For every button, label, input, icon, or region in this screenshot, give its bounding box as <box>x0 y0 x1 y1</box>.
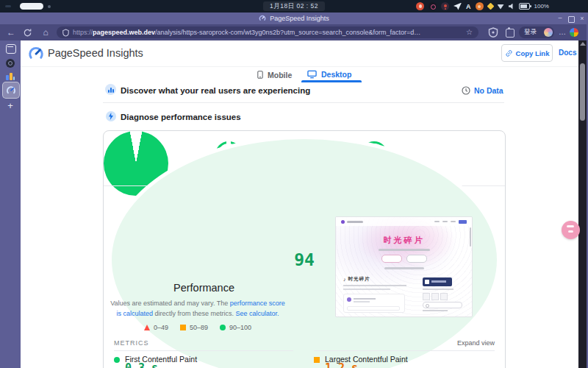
workspace-pill[interactable] <box>20 3 43 10</box>
thumbnail-hero-title: 时光碎片 <box>336 235 472 246</box>
login-label: 登录 <box>524 28 537 37</box>
menu-dots-icon[interactable]: … <box>559 24 566 40</box>
thumbnail-button-2 <box>406 255 427 263</box>
screen: 1月18日 02 : 52 A 100% PageSpeed Insights … <box>0 0 588 368</box>
legend-pass-range: 90–100 <box>229 324 251 331</box>
clock-icon <box>462 86 470 95</box>
back-button[interactable]: ← <box>4 24 18 40</box>
page-screenshot-thumbnail[interactable]: 时光碎片 ♪ 时光碎片 <box>335 216 473 317</box>
login-button[interactable]: 登录 <box>519 26 554 38</box>
divider <box>103 102 504 103</box>
legend-fail-range: 0–49 <box>154 324 168 331</box>
scrollbar-up-arrow[interactable] <box>580 42 586 46</box>
thumbnail-site-logo <box>341 220 345 224</box>
thumbnail-scrollbar <box>470 227 471 247</box>
telegram-icon[interactable] <box>453 3 462 10</box>
dark-app-icon[interactable] <box>429 2 437 10</box>
see-calculator-link[interactable]: See calculator. <box>236 310 279 317</box>
legend-fail: 0–49 <box>144 324 168 331</box>
thumbnail-site-header <box>336 217 472 226</box>
sidebar-tab-pagespeed-active[interactable] <box>2 82 20 99</box>
thumbnail-section-heading: ♪ 时光碎片 <box>343 276 370 283</box>
triangle-icon <box>144 325 150 330</box>
legend-average: 50–89 <box>180 324 208 331</box>
workspace-indicator-dot <box>48 5 51 8</box>
maximize-button[interactable] <box>568 16 575 23</box>
expand-view-button[interactable]: Expand view <box>457 339 495 347</box>
url-host: pagespeed.web.dev <box>93 29 155 36</box>
thumbnail-sidebar-tile <box>440 293 448 300</box>
legend-pass: 90–100 <box>220 324 251 331</box>
copy-link-button[interactable]: Copy Link <box>501 44 553 62</box>
pagespeed-tab-icon <box>6 85 16 96</box>
tracking-protection-icon[interactable] <box>488 27 498 38</box>
thumbnail-hero-buttons <box>336 255 472 263</box>
orange-app-icon[interactable] <box>476 2 484 10</box>
floating-sticker-button[interactable] <box>562 221 580 239</box>
thumbnail-paragraph-line <box>343 285 406 286</box>
bookmark-star-icon[interactable]: ☆ <box>466 26 473 38</box>
system-clock[interactable]: 1月18日 02 : 52 <box>263 1 325 11</box>
thumbnail-paragraph-line <box>343 289 390 290</box>
extension-icon[interactable] <box>506 29 514 38</box>
pagespeed-favicon <box>259 15 266 22</box>
thumbnail-hero-caption <box>384 267 424 269</box>
divider <box>314 350 495 351</box>
workspace-dash <box>5 5 11 7</box>
brightness-icon[interactable] <box>487 3 494 10</box>
thumbnail-sidebar-badge <box>423 277 452 286</box>
note-icon: ♪ <box>343 277 346 282</box>
metric-fcp-value: 0.3 s <box>125 361 158 368</box>
reload-button[interactable] <box>23 28 32 38</box>
url-path: /analysis/https-saroprock-com/wt3yg0ns2b… <box>155 29 420 36</box>
score-disclaimer: Values are estimated and may vary. The p… <box>110 299 286 319</box>
window-title-group: PageSpeed Insights <box>0 13 588 24</box>
docs-link[interactable]: Docs <box>559 49 576 57</box>
active-tab-underline <box>301 80 362 82</box>
colorful-extension-icon[interactable] <box>570 28 578 37</box>
thumbnail-sidebar-line <box>423 289 453 290</box>
tab-overview-icon[interactable] <box>6 44 16 54</box>
profile-app-icon[interactable] <box>441 2 449 10</box>
disclaimer-text-1: Values are estimated and may vary. The <box>110 300 230 307</box>
new-tab-button[interactable]: + <box>4 100 16 112</box>
real-users-icon <box>105 84 116 95</box>
avatar <box>544 28 553 37</box>
pagespeed-logo-icon <box>28 46 44 62</box>
thumbnail-search-box <box>423 302 462 308</box>
thumbnail-footer-line <box>423 310 448 311</box>
battery-percent: 100% <box>534 3 549 10</box>
thumbnail-site-brand <box>347 221 363 223</box>
disclaimer-text-2: directly from these metrics. <box>153 310 236 317</box>
flame-app-icon[interactable] <box>416 2 424 10</box>
sidebar-tab-favicon-1[interactable] <box>6 59 15 68</box>
score-legend: 0–49 50–89 90–100 <box>110 324 286 331</box>
no-data-link[interactable]: No Data <box>474 86 503 95</box>
close-button[interactable]: × <box>578 13 587 24</box>
thumbnail-sidebar-tile <box>423 293 430 300</box>
url-bar[interactable]: https://pagespeed.web.dev/analysis/https… <box>57 26 478 38</box>
input-method-icon[interactable]: A <box>466 3 471 10</box>
url-text: https://pagespeed.web.dev/analysis/https… <box>73 29 462 36</box>
sidebar-tab-analytics[interactable] <box>6 72 15 80</box>
wifi-icon[interactable] <box>498 4 504 10</box>
metrics-heading: METRICS <box>114 339 149 347</box>
home-button[interactable]: ⌂ <box>39 24 52 40</box>
report-card: 94 100 100 100 Performance Accessibility… <box>103 130 506 368</box>
volume-icon[interactable] <box>509 4 514 10</box>
thumbnail-section-title: 时光碎片 <box>348 276 370 283</box>
square-icon <box>180 325 186 330</box>
divider <box>114 350 293 351</box>
scrollbar-thumb[interactable] <box>580 63 585 121</box>
tab-mobile[interactable]: Mobile <box>257 70 292 79</box>
tab-mobile-label: Mobile <box>268 71 292 79</box>
tab-desktop[interactable]: Desktop <box>307 70 351 79</box>
thumbnail-comment-card <box>343 294 405 313</box>
minimize-button[interactable]: – <box>556 13 564 24</box>
thumbnail-site-nav <box>434 220 467 224</box>
lighthouse-bolt-icon <box>106 111 116 121</box>
discover-heading: Discover what your real users are experi… <box>121 86 310 95</box>
battery-icon <box>519 3 530 10</box>
page-title: PageSpeed Insights <box>48 47 143 59</box>
url-scheme: https:// <box>73 29 93 36</box>
